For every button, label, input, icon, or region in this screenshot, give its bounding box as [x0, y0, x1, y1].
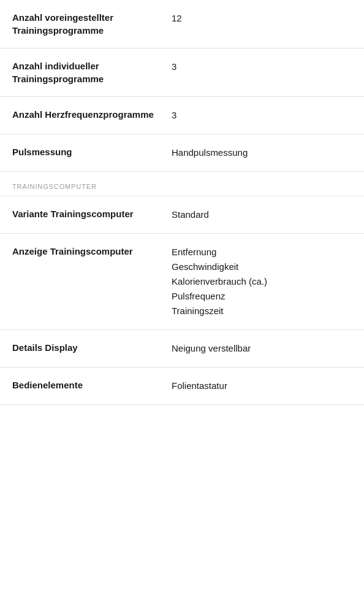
specs-table: Anzahl voreingestellter Trainingsprogram…: [0, 0, 364, 405]
spec-value-computer-display: Entfernung Geschwindigkeit Kalorienverbr…: [172, 245, 352, 318]
spec-label-controls: Bedienelemente: [12, 379, 172, 391]
spec-label-preset-programs: Anzahl voreingestellter Trainingsprogram…: [12, 11, 172, 37]
spec-value-pulse-measurement: Handpulsmessung: [172, 145, 352, 160]
display-value-4: Pulsfrequenz: [172, 289, 352, 304]
spec-value-preset-programs: 12: [172, 11, 352, 26]
spec-value-details-display: Neigung verstellbar: [172, 341, 352, 356]
display-value-1: Entfernung: [172, 245, 352, 260]
display-value-5: Trainingszeit: [172, 304, 352, 318]
spec-label-details-display: Details Display: [12, 341, 172, 354]
spec-value-individual-programs: 3: [172, 60, 352, 74]
spec-value-controls: Folientastatur: [172, 379, 352, 393]
spec-row-heart-programs: Anzahl Herzfrequenzprogramme 3: [0, 97, 364, 134]
spec-row-computer-variant: Variante Trainingscomputer Standard: [0, 196, 364, 234]
spec-row-computer-display: Anzeige Trainingscomputer Entfernung Ges…: [0, 234, 364, 330]
spec-row-pulse-measurement: Pulsmessung Handpulsmessung: [0, 134, 364, 172]
spec-row-individual-programs: Anzahl individueller Trainingsprogramme …: [0, 48, 364, 97]
spec-row-details-display: Details Display Neigung verstellbar: [0, 330, 364, 368]
spec-label-individual-programs: Anzahl individueller Trainingsprogramme: [12, 60, 172, 85]
spec-label-computer-variant: Variante Trainingscomputer: [12, 207, 172, 220]
display-value-3: Kalorienverbrauch (ca.): [172, 274, 352, 289]
display-value-2: Geschwindigkeit: [172, 260, 352, 274]
section-header-label: TRAININGSCOMPUTER: [12, 183, 97, 190]
spec-label-pulse-measurement: Pulsmessung: [12, 145, 172, 158]
spec-value-heart-programs: 3: [172, 108, 352, 123]
spec-row-controls: Bedienelemente Folientastatur: [0, 368, 364, 405]
spec-label-computer-display: Anzeige Trainingscomputer: [12, 245, 172, 258]
spec-value-computer-variant: Standard: [172, 207, 352, 222]
section-header-trainingscomputer: TRAININGSCOMPUTER: [0, 172, 364, 196]
spec-label-heart-programs: Anzahl Herzfrequenzprogramme: [12, 108, 172, 121]
spec-row-preset-programs: Anzahl voreingestellter Trainingsprogram…: [0, 0, 364, 48]
